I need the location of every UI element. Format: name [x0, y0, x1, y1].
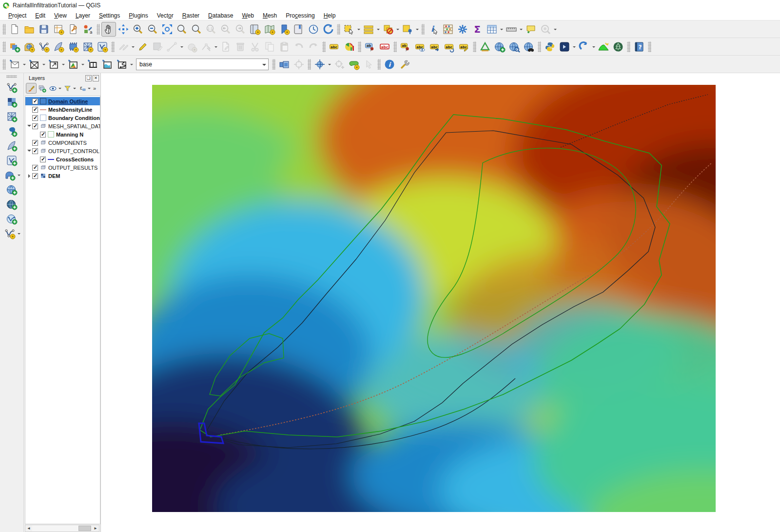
help-contents-button[interactable]: ?	[632, 39, 646, 54]
menu-processing[interactable]: Processing	[281, 11, 319, 20]
geometry-checker-button[interactable]	[478, 39, 492, 54]
layer-symbol-swatch[interactable]	[40, 98, 46, 104]
data-source-manager-button[interactable]	[7, 39, 22, 54]
browser-datasource-button[interactable]	[22, 39, 37, 54]
show-spatial-bookmarks-button[interactable]	[292, 22, 306, 37]
python-console-button[interactable]	[543, 39, 557, 54]
add-raster-layer-button[interactable]	[4, 95, 19, 109]
mesh-remove-button[interactable]	[27, 57, 41, 72]
toolbar-separator[interactable]	[337, 24, 340, 35]
layer-item-domain-outline[interactable]: Domain Outline	[25, 97, 100, 105]
script-runner-button[interactable]	[557, 39, 572, 54]
vertex-tool-button[interactable]	[199, 39, 214, 54]
layer-item-crosssections[interactable]: CrossSections	[25, 155, 100, 163]
zoom-full-button[interactable]	[160, 22, 175, 37]
panel-float-icon[interactable]: ❏	[85, 75, 92, 81]
scroll-thumb[interactable]	[78, 526, 91, 531]
georeference-dropdown-icon[interactable]	[327, 57, 332, 72]
new-map-view-button[interactable]	[248, 22, 262, 37]
zoom-native-button[interactable]: 1:1	[204, 22, 218, 37]
panel-close-icon[interactable]: ✕	[93, 75, 99, 81]
add-group-button[interactable]	[37, 83, 47, 94]
toolbar-separator[interactable]	[377, 59, 381, 70]
zoom-to-layer-button[interactable]	[189, 22, 204, 37]
collapse-icon[interactable]	[26, 123, 32, 129]
select-by-location-button[interactable]	[400, 22, 415, 37]
panel-overflow-icon[interactable]: »	[93, 85, 96, 91]
pointer-tool-button[interactable]	[361, 57, 376, 72]
layer-checkbox[interactable]	[32, 140, 38, 146]
metasearch-add-button[interactable]	[492, 39, 507, 54]
digitize-with-segment-dropdown-icon[interactable]	[179, 39, 184, 54]
layer-checkbox[interactable]	[32, 99, 38, 104]
mesh-contours-dropdown-icon[interactable]	[80, 57, 85, 72]
temporal-controller-button[interactable]	[306, 22, 321, 37]
profile-tool-button[interactable]	[596, 39, 611, 54]
open-attribute-table-button[interactable]	[485, 22, 499, 37]
layer-item-boundary-condition[interactable]: Boundary Condition	[25, 114, 100, 122]
pan-map-button[interactable]	[101, 22, 116, 37]
add-virtual-layer-button[interactable]	[4, 153, 19, 168]
plugin-info-button[interactable]: i	[382, 57, 397, 72]
add-postgis-layer-dropdown-icon[interactable]	[17, 168, 21, 182]
georeference-button[interactable]	[312, 57, 327, 72]
copy-features-button[interactable]	[262, 39, 277, 54]
manage-map-themes-button[interactable]	[47, 83, 58, 94]
toolbar-separator[interactable]	[627, 41, 630, 52]
layer-item-output-results[interactable]: OUTPUT_RESULTS	[25, 163, 100, 172]
filter-legend-button[interactable]	[62, 83, 73, 94]
menu-plugins[interactable]: Plugins	[124, 11, 152, 20]
toolbar-separator[interactable]	[538, 41, 541, 52]
toolbar-separator[interactable]	[358, 41, 361, 52]
new-shapefile-layer-button[interactable]	[37, 39, 51, 54]
highlight-pinned-labels-button[interactable]: abc	[377, 39, 392, 54]
layer-labeling-options-button[interactable]: abc	[327, 39, 342, 54]
toolbar-separator[interactable]	[648, 41, 651, 52]
plugin-settings-button[interactable]	[397, 57, 411, 72]
menu-edit[interactable]: Edit	[31, 11, 50, 20]
add-wfs-layer-button[interactable]	[4, 212, 19, 226]
add-mesh-layer-button[interactable]	[4, 109, 19, 124]
filter-legend-dropdown-icon[interactable]	[73, 81, 77, 96]
move-label-button[interactable]: ab	[398, 39, 413, 54]
layer-item-components[interactable]: COMPONENTS	[25, 138, 100, 147]
select-features-by-value-dropdown-icon[interactable]	[376, 22, 381, 37]
paste-features-button[interactable]	[277, 39, 292, 54]
mesh-contours-button[interactable]	[66, 57, 80, 72]
layer-diagram-options-button[interactable]	[342, 39, 356, 54]
new-virtual-layer-button[interactable]	[66, 39, 80, 54]
new-print-layout-button[interactable]	[51, 22, 66, 37]
pan-to-selection-button[interactable]	[116, 22, 131, 37]
mesh-group-combo[interactable]: base	[136, 59, 269, 70]
menu-raster[interactable]: Raster	[178, 11, 204, 20]
redo-button[interactable]	[306, 39, 321, 54]
scroll-right-icon[interactable]: ►	[92, 525, 99, 532]
modify-attributes-button[interactable]	[218, 39, 233, 54]
menu-project[interactable]: Project	[4, 11, 31, 20]
toolbar-separator[interactable]	[111, 41, 115, 52]
select-features-dropdown-icon[interactable]	[356, 22, 361, 37]
show-layout-manager-button[interactable]	[66, 22, 80, 37]
view-settings-button[interactable]	[347, 57, 361, 72]
layer-checkbox[interactable]	[32, 115, 38, 121]
field-calculator-button[interactable]	[441, 22, 455, 37]
toolbar-separator[interactable]	[2, 41, 6, 52]
panels-layout-button[interactable]	[277, 57, 292, 72]
layer-item-mesh-spatial-data[interactable]: MESH_SPATIAL_DATA	[25, 122, 100, 130]
layer-checkbox[interactable]	[32, 123, 38, 129]
zoom-in-button[interactable]	[131, 22, 145, 37]
select-features-by-value-button[interactable]	[361, 22, 376, 37]
toolbar-separator[interactable]	[2, 59, 6, 70]
layer-checkbox[interactable]	[32, 165, 38, 171]
add-vector-layer-button[interactable]	[4, 80, 19, 95]
toolbar-separator[interactable]	[421, 24, 425, 35]
toolbar-separator[interactable]	[322, 41, 326, 52]
save-layer-edits-button[interactable]	[150, 39, 165, 54]
menu-view[interactable]: View	[50, 11, 71, 20]
collapse-icon[interactable]	[26, 148, 32, 154]
toggle-editing-button[interactable]	[136, 39, 150, 54]
layer-checkbox[interactable]	[40, 132, 46, 138]
expand-icon[interactable]	[26, 174, 32, 178]
menu-web[interactable]: Web	[237, 11, 258, 20]
zoom-last-button[interactable]	[218, 22, 233, 37]
